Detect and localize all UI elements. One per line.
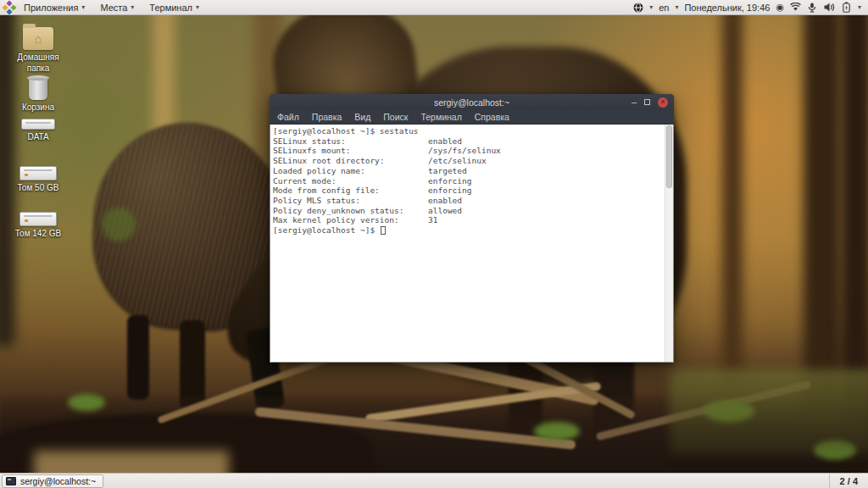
grass-sprig bbox=[102, 208, 136, 241]
menu-help[interactable]: Справка bbox=[475, 112, 509, 122]
drive-led bbox=[25, 219, 28, 222]
tree-trunk bbox=[722, 0, 743, 390]
desktop: Приложения ▾ Места ▾ Терминал ▾ ▾ en ▾ П… bbox=[0, 0, 868, 488]
chevron-down-icon: ▾ bbox=[196, 4, 199, 11]
grass-sprig bbox=[534, 422, 580, 441]
terminal-cursor bbox=[381, 226, 386, 235]
menu-terminal[interactable]: Терминал bbox=[420, 112, 461, 122]
taskbar-window-label: sergiy@localhost:~ bbox=[20, 476, 96, 486]
applications-menu[interactable]: Приложения ▾ bbox=[16, 0, 92, 14]
menu-search[interactable]: Поиск bbox=[383, 112, 408, 122]
terminal-text-area[interactable]: [sergiy@localhost ~]$ sestatus SELinux s… bbox=[270, 125, 665, 362]
desktop-icon-label: Корзина bbox=[22, 103, 54, 114]
notification-target-icon[interactable]: ◉ bbox=[776, 3, 784, 12]
workspace-switcher[interactable]: 2 / 4 bbox=[829, 474, 868, 488]
scrollbar-thumb[interactable] bbox=[666, 125, 672, 188]
chevron-down-icon[interactable]: ▾ bbox=[858, 4, 861, 11]
desktop-icon-label: Том 142 GB bbox=[15, 229, 61, 240]
desktop-icon-trash[interactable]: Корзина bbox=[8, 78, 69, 114]
top-panel: Приложения ▾ Места ▾ Терминал ▾ ▾ en ▾ П… bbox=[0, 0, 868, 15]
chevron-down-icon[interactable]: ▾ bbox=[649, 4, 653, 11]
boar-left-leg bbox=[127, 315, 149, 400]
window-titlebar[interactable]: sergiy@localhost:~ – × bbox=[270, 94, 674, 110]
desktop-icon-label: Том 50 GB bbox=[18, 183, 59, 194]
input-method-icon[interactable] bbox=[632, 2, 643, 13]
menu-edit[interactable]: Правка bbox=[312, 112, 342, 122]
wifi-icon[interactable] bbox=[790, 2, 801, 13]
close-button[interactable]: × bbox=[658, 97, 668, 108]
microphone-icon[interactable] bbox=[807, 2, 818, 13]
minimize-button[interactable]: – bbox=[632, 97, 637, 107]
terminal-scrollbar[interactable] bbox=[665, 125, 673, 362]
chevron-down-icon[interactable]: ▾ bbox=[675, 4, 678, 11]
terminal-menubar: Файл Правка Вид Поиск Терминал Справка bbox=[270, 110, 674, 125]
drive-led bbox=[25, 174, 28, 176]
terminal-output: [sergiy@localhost ~]$ sestatus SELinux s… bbox=[273, 126, 665, 225]
desktop-icon-volume-50gb[interactable]: Том 50 GB bbox=[8, 166, 69, 194]
terminal-content[interactable]: [sergiy@localhost ~]$ sestatus SELinux s… bbox=[270, 125, 674, 363]
desktop-icon-label: Домашняя папка bbox=[8, 53, 68, 74]
chevron-down-icon: ▾ bbox=[81, 4, 85, 11]
grass-sprig bbox=[68, 394, 105, 411]
menu-view[interactable]: Вид bbox=[354, 112, 370, 122]
chevron-down-icon: ▾ bbox=[131, 4, 134, 11]
volume-icon[interactable] bbox=[824, 2, 835, 13]
menu-file[interactable]: Файл bbox=[277, 112, 299, 122]
places-menu-label: Места bbox=[100, 3, 127, 13]
trash-icon bbox=[29, 78, 47, 100]
window-title: sergiy@localhost:~ bbox=[270, 97, 674, 108]
drive-icon bbox=[19, 212, 57, 226]
terminal-menu-label: Терминал bbox=[149, 3, 192, 13]
window-controls: – × bbox=[632, 97, 674, 108]
places-menu[interactable]: Места ▾ bbox=[92, 0, 142, 14]
maximize-button[interactable] bbox=[644, 99, 650, 105]
applications-menu-label: Приложения bbox=[24, 3, 78, 13]
panel-tray: ▾ en ▾ Понедельник, 19:46 ◉ ▾ bbox=[632, 0, 868, 14]
battery-icon[interactable] bbox=[841, 2, 852, 13]
drive-icon bbox=[19, 166, 57, 180]
workspace-indicator: 2 / 4 bbox=[840, 476, 858, 486]
terminal-prompt: [sergiy@localhost ~]$ bbox=[273, 225, 380, 236]
desktop-icon-data-drive[interactable]: DATA bbox=[8, 119, 69, 143]
taskbar-window-button[interactable]: sergiy@localhost:~ bbox=[2, 474, 103, 488]
desktop-icon-home-folder[interactable]: ⌂ Домашняя папка bbox=[8, 27, 69, 74]
clock[interactable]: Понедельник, 19:46 bbox=[684, 3, 770, 13]
grass-band bbox=[670, 369, 868, 454]
centos-logo-icon bbox=[3, 0, 17, 14]
home-folder-icon: ⌂ bbox=[23, 27, 53, 50]
house-glyph: ⌂ bbox=[23, 27, 53, 50]
desktop-icon-volume-142gb[interactable]: Том 142 GB bbox=[8, 212, 69, 240]
desktop-icon-label: DATA bbox=[27, 132, 48, 143]
terminal-window: sergiy@localhost:~ – × Файл Правка Вид П… bbox=[270, 94, 674, 363]
keyboard-layout-indicator[interactable]: en bbox=[659, 3, 669, 13]
terminal-app-icon bbox=[6, 477, 16, 485]
panel-menu-bar: Приложения ▾ Места ▾ Терминал ▾ bbox=[0, 0, 207, 14]
drive-icon bbox=[21, 119, 55, 130]
terminal-menu[interactable]: Терминал ▾ bbox=[142, 0, 207, 14]
terminal-prompt-line: [sergiy@localhost ~]$ bbox=[273, 225, 665, 236]
bottom-panel: sergiy@localhost:~ 2 / 4 bbox=[0, 473, 868, 488]
